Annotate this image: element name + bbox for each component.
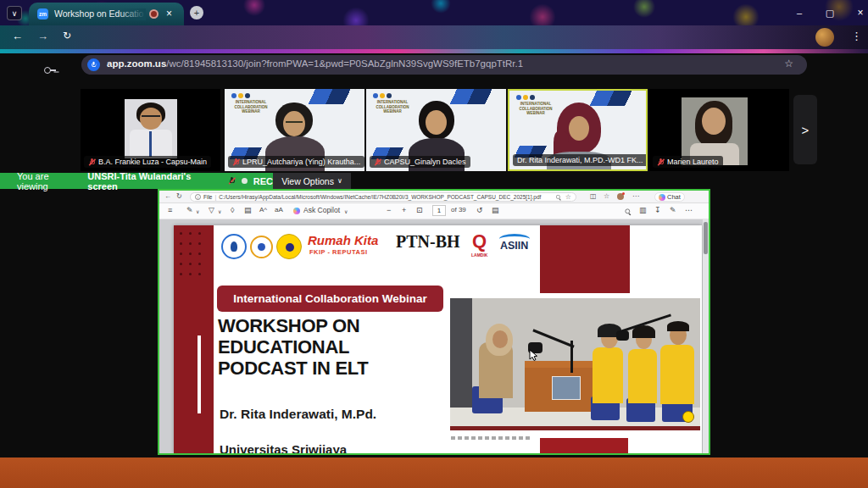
dot-pattern (180, 232, 208, 283)
edge-favorites-icon[interactable]: ☆ (604, 192, 609, 200)
pdf-content-area: Rumah Kita FKIP - REPUTASI PTN-BH Q LAMD… (159, 219, 709, 453)
single-page-icon[interactable]: ▤ (492, 206, 499, 214)
edge-reload-icon[interactable]: ↻ (176, 192, 182, 200)
participant-nameplate: Dr. Rita Inderawati, M.PD.-WD1 FK... (513, 154, 648, 166)
toc-icon[interactable]: ≡ (168, 206, 172, 214)
fit-page-icon[interactable]: ⊡ (416, 206, 423, 214)
forward-icon[interactable]: → (37, 30, 48, 42)
banner-prefix: You are viewing (17, 171, 81, 191)
page-number-input[interactable]: 1 (432, 205, 446, 216)
university-name: Universitas Sriwijaya (220, 442, 347, 453)
slide-badge: International Collaboration Webinar (217, 286, 443, 312)
participant-nameplate: LPRU_Autchariya (Ying) Krautha... (228, 156, 364, 168)
muted-mic-icon (233, 158, 239, 166)
screen: ∨ zm Workshop on Educational P × + – ▢ ×… (0, 0, 868, 488)
text-size-icon[interactable]: aA (275, 206, 283, 214)
back-icon[interactable]: ← (12, 30, 23, 42)
ptn-bh-logo: PTN-BH (396, 232, 460, 252)
save-icon[interactable]: ↧ (654, 206, 661, 214)
participant-name: Marien Laureto (667, 158, 719, 166)
tab-recording-indicator-icon (149, 9, 159, 19)
edit-icon[interactable]: ✎ (670, 206, 676, 214)
pdf-search-icon[interactable] (626, 209, 632, 215)
shared-screen: ← ↻ i File | C:/Users/Hirasy/AppData/Loc… (158, 189, 710, 455)
participant-nameplate: CAPSU_Ginalyn Dacles (370, 156, 470, 168)
chevron-down-icon[interactable]: ∨ (196, 208, 199, 214)
university-logo (250, 236, 273, 258)
participant-nameplate: B.A. Frankie Luza - Capsu-Main (84, 156, 211, 168)
window-maximize-button[interactable]: ▢ (817, 3, 843, 22)
rec-dot-icon (242, 178, 248, 184)
copilot-icon[interactable] (293, 208, 300, 214)
favorite-star-icon[interactable]: ☆ (565, 193, 571, 201)
speaker-name: Dr. Rita Inderawati, M.Pd. (220, 407, 376, 422)
browser-toolbar: ← → ↻ app.zoom.us/wc/81945813130/join?fr… (0, 25, 868, 49)
fkip-reputasi-label: FKIP - REPUTASI (309, 248, 367, 256)
participant-tile[interactable]: INTERNATIONALCOLLABORATIONWEBINAR LPRU_A… (225, 89, 364, 171)
bookmark-star-icon[interactable]: ☆ (784, 58, 793, 69)
password-key-icon[interactable] (44, 67, 56, 74)
rotate-icon[interactable]: ↺ (476, 206, 483, 214)
file-scheme-label: File (203, 194, 212, 200)
slide-corner-block (540, 438, 628, 453)
chevron-down-icon[interactable]: ∨ (218, 208, 221, 214)
lamdik-q-logo: Q (472, 230, 487, 252)
page-total-label: of 39 (451, 206, 466, 214)
slide-corner-block (540, 225, 630, 293)
kemdikbud-logo (221, 234, 247, 259)
reload-icon[interactable]: ↻ (63, 30, 71, 42)
print-icon[interactable]: ▥ (639, 206, 647, 214)
pdf-more-icon[interactable]: ⋯ (685, 206, 693, 214)
page-view-icon[interactable]: ▤ (244, 206, 252, 214)
edge-split-icon[interactable]: ◫ (590, 192, 597, 200)
search-icon[interactable] (556, 195, 561, 200)
draw-pen-icon[interactable]: ✎ (186, 206, 193, 214)
copilot-chat-button[interactable]: Chat (654, 192, 685, 202)
browser-menu-icon[interactable]: ⋮ (851, 30, 862, 42)
window-minimize-button[interactable]: – (787, 3, 812, 22)
address-bar[interactable]: app.zoom.us/wc/81945813130/join?fromPWA=… (81, 55, 807, 75)
zoom-in-icon[interactable]: + (402, 206, 406, 214)
eraser-icon[interactable]: ◊ (231, 206, 234, 214)
pdf-scrollbar[interactable] (703, 219, 709, 453)
edge-url-field[interactable]: i File | C:/Users/Hirasy/AppData/Local/M… (190, 192, 576, 202)
edge-back-icon[interactable]: ← (164, 192, 171, 200)
slide-title-line: WORKSHOP ON (218, 315, 359, 336)
highlighter-icon[interactable]: ▽ (209, 206, 214, 214)
next-participants-button[interactable]: > (793, 95, 817, 164)
slide-title-line: EDUCATIONAL (218, 336, 349, 358)
participant-tile[interactable]: INTERNATIONALCOLLABORATIONWEBINAR CAPSU_… (366, 89, 506, 171)
participant-tile[interactable]: B.A. Frankie Luza - Capsu-Main (81, 89, 220, 171)
slide-page: Rumah Kita FKIP - REPUTASI PTN-BH Q LAMD… (174, 225, 702, 453)
read-aloud-icon[interactable]: A^ (259, 206, 267, 214)
zoom-out-icon[interactable]: − (387, 206, 391, 214)
site-mic-permission-icon[interactable] (87, 58, 100, 71)
window-close-button[interactable]: × (848, 3, 868, 22)
banner-muted-mic-icon (229, 177, 235, 185)
participant-tile[interactable]: Marien Laureto (649, 89, 789, 171)
banner-subject: UNSRI-Tita Wulandari's screen (87, 171, 222, 191)
rumah-kita-logo: Rumah Kita (308, 233, 378, 247)
new-tab-button[interactable]: + (190, 6, 203, 19)
participant-nameplate: Marien Laureto (653, 156, 723, 168)
edge-menu-icon[interactable]: ⋯ (632, 192, 639, 200)
asiin-logo: ASIIN (500, 240, 528, 252)
participant-tile-active-speaker[interactable]: INTERNATIONALCOLLABORATIONWEBINAR Dr. Ri… (508, 89, 648, 171)
pdf-file-path: C:/Users/Hirasy/AppData/Local/Microsoft/… (219, 194, 541, 200)
chevron-down-icon[interactable]: ∨ (344, 208, 348, 214)
edge-profile-avatar[interactable] (617, 193, 624, 200)
ask-copilot-label[interactable]: Ask Copilot (303, 206, 340, 214)
tab-title-fade (119, 8, 146, 20)
tab-close-icon[interactable]: × (166, 8, 172, 19)
separator: | (214, 194, 216, 200)
chevron-down-icon: ∨ (337, 177, 342, 185)
browser-tab[interactable]: zm Workshop on Educational P × (29, 3, 184, 25)
participant-photo (682, 97, 748, 165)
rec-label: REC (253, 176, 273, 186)
tab-search-button[interactable]: ∨ (7, 6, 22, 20)
scrollbar-thumb[interactable] (704, 222, 708, 254)
view-options-button[interactable]: View Options∨ (273, 173, 351, 189)
profile-avatar[interactable] (815, 28, 834, 47)
podcast-studio-photo (450, 298, 700, 430)
participant-name: B.A. Frankie Luza - Capsu-Main (98, 158, 207, 166)
